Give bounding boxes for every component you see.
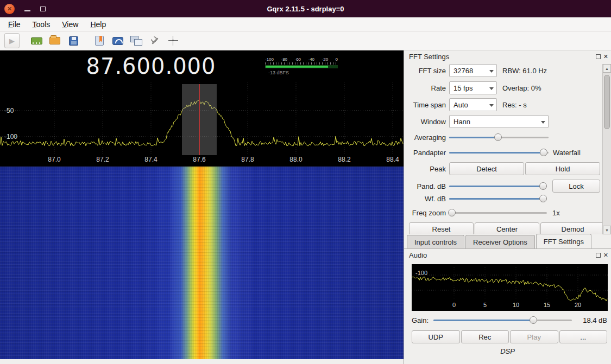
window-row: Window Hann: [404, 115, 601, 128]
save-file-button[interactable]: [64, 33, 83, 49]
peak-label: Peak: [404, 165, 449, 173]
crosshair-icon: [168, 36, 178, 46]
rbw-text: RBW: 61.0 Hz: [502, 67, 547, 75]
spectrum-x-label: 87.4: [142, 156, 160, 163]
tuned-frequency-line: [199, 84, 200, 155]
slider-handle[interactable]: [540, 149, 547, 156]
audio-buttons-row: UDP Rec Play ...: [412, 330, 607, 343]
menu-view[interactable]: View: [56, 18, 84, 31]
reset-button[interactable]: Reset: [409, 222, 474, 234]
window-title: Gqrx 2.11.5 - sdrplay=0: [0, 5, 611, 13]
open-file-button[interactable]: [46, 33, 64, 49]
fft-size-combo[interactable]: 32768: [449, 64, 497, 77]
audio-y-label: -100: [415, 270, 427, 276]
dock-close-icon[interactable]: ✕: [603, 252, 608, 258]
meter-bar-fill: [266, 66, 328, 68]
audio-x-label: 5: [478, 302, 492, 308]
time-span-combo[interactable]: Auto: [449, 98, 497, 111]
rate-label: Rate: [404, 84, 449, 92]
center-button[interactable]: Center: [475, 222, 539, 234]
udp-button[interactable]: UDP: [412, 330, 460, 343]
menu-file[interactable]: File: [2, 18, 27, 31]
slider-handle[interactable]: [494, 133, 502, 141]
spectrum-y-label: -100: [4, 133, 17, 141]
meter-ruler: [265, 62, 338, 65]
pand-db-slider[interactable]: [449, 181, 547, 191]
window-minimize-button[interactable]: [24, 10, 30, 11]
tab-receiver-options[interactable]: Receiver Options: [465, 235, 535, 248]
slider-handle[interactable]: [539, 195, 547, 202]
peak-hold-button[interactable]: Hold: [525, 162, 600, 175]
signal-meter-button[interactable]: [109, 33, 127, 49]
dock-tabbar: Input controls Receiver Options FFT Sett…: [404, 234, 611, 249]
freq-zoom-slider[interactable]: [449, 208, 547, 218]
fft-size-row: FFT size 32768 RBW: 61.0 Hz: [404, 64, 601, 77]
dock-float-icon[interactable]: [596, 253, 601, 258]
dock-float-icon[interactable]: [596, 54, 601, 59]
more-options-button[interactable]: ...: [559, 330, 608, 343]
scroll-down-icon[interactable]: ▼: [603, 226, 611, 234]
bookmark-button[interactable]: [90, 33, 109, 49]
tools-icon: [150, 36, 160, 46]
window-combo[interactable]: Hann: [449, 115, 549, 128]
pandapter-split-slider[interactable]: [449, 148, 549, 157]
gqrx-window: ✕ Gqrx 2.11.5 - sdrplay=0 File Tools Vie…: [0, 0, 611, 364]
pandapter-label: Pandapter: [404, 149, 449, 157]
pand-db-label: Pand. dB: [404, 182, 449, 190]
menubar: File Tools View Help: [0, 17, 611, 31]
fft-settings-dock: FFT Settings ✕ FFT size 32768 RBW: 61.0 …: [404, 50, 611, 234]
rate-combo[interactable]: 15 fps: [449, 81, 497, 94]
averaging-slider[interactable]: [449, 132, 549, 142]
window-close-button[interactable]: ✕: [4, 4, 15, 14]
audio-x-label: 10: [509, 302, 522, 308]
bottom-strip: [0, 359, 404, 364]
slider-handle[interactable]: [539, 182, 547, 190]
spectrum-x-label: 87.6: [190, 156, 209, 163]
demod-button[interactable]: Demod: [540, 222, 605, 234]
slider-handle[interactable]: [530, 316, 537, 324]
waterfall-display[interactable]: [0, 167, 404, 359]
center-frequency-button[interactable]: [164, 33, 182, 49]
slider-handle[interactable]: [448, 209, 456, 216]
waterfall-label: Waterfall: [553, 149, 581, 157]
audio-gain-slider[interactable]: [433, 315, 572, 325]
fft-size-label: FFT size: [404, 67, 449, 75]
tab-fft-settings[interactable]: FFT Settings: [536, 234, 591, 248]
lock-button[interactable]: Lock: [552, 180, 600, 193]
scrollbar-thumb[interactable]: [604, 75, 610, 129]
gauge-icon: [112, 37, 123, 45]
audio-x-label: 20: [571, 302, 584, 308]
dock-close-icon[interactable]: ✕: [603, 54, 608, 60]
spectrum-x-label: 88.0: [287, 156, 305, 163]
start-dsp-play-icon[interactable]: ▶: [4, 33, 20, 48]
menu-help[interactable]: Help: [84, 18, 112, 31]
control-panel: FFT Settings ✕ FFT size 32768 RBW: 61.0 …: [404, 50, 611, 364]
spectrum-x-label: 88.2: [335, 156, 354, 163]
meter-tick: 0: [336, 57, 338, 62]
scroll-up-icon[interactable]: ▲: [603, 64, 611, 73]
play-button[interactable]: Play: [510, 330, 558, 343]
peak-detect-button[interactable]: Detect: [449, 162, 524, 175]
gain-label: Gain:: [412, 316, 433, 324]
freq-zoom-label: Freq zoom: [404, 209, 449, 217]
audio-x-label: 15: [540, 302, 553, 308]
remote-control-button[interactable]: [127, 33, 146, 49]
spectrum-panel[interactable]: 87.600.000 -100 -80 -60 -40 -20 0 -13 dB…: [0, 50, 404, 167]
audio-spectrum-plot: -100 0 5 10 15 20: [412, 264, 608, 311]
rec-button[interactable]: Rec: [461, 330, 509, 343]
zoom-buttons-row: Reset Center Demod: [409, 222, 601, 234]
chevron-down-icon: [489, 87, 494, 90]
menu-tools[interactable]: Tools: [27, 18, 56, 31]
device-config-button[interactable]: [27, 33, 46, 49]
frequency-display[interactable]: 87.600.000: [70, 54, 232, 79]
time-span-row: Time span Auto Res: - s: [404, 98, 601, 111]
dsp-tools-button[interactable]: [146, 33, 164, 49]
freq-zoom-row: Freq zoom 1x: [404, 208, 601, 218]
fft-dock-header: FFT Settings ✕: [404, 50, 611, 62]
window-maximize-button[interactable]: [40, 7, 46, 11]
tab-input-controls[interactable]: Input controls: [407, 235, 464, 248]
close-icon: ✕: [7, 5, 12, 12]
spectrum-x-label: 87.8: [238, 156, 257, 163]
wf-db-slider[interactable]: [449, 194, 547, 203]
fft-scrollbar[interactable]: ▲ ▼: [602, 64, 611, 234]
